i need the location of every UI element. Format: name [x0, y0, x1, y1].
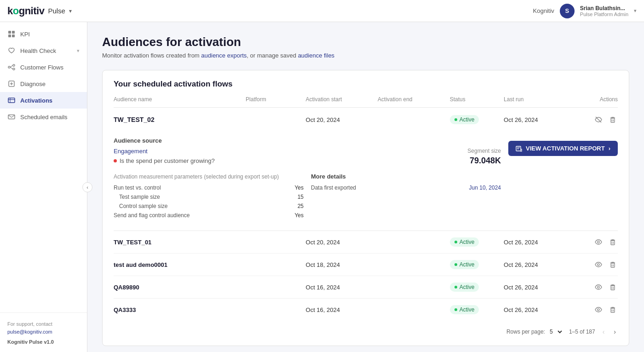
- table-row-0: TW_TEST_01 Oct 20, 2024 Active Oct 26, 2…: [114, 231, 618, 254]
- row-status-badge-3: Active: [450, 305, 479, 314]
- expanded-status-badge: Active: [450, 115, 479, 124]
- svg-point-6: [13, 68, 15, 70]
- rows-per-page-select[interactable]: 5 10 25: [548, 328, 564, 335]
- svg-line-7: [10, 65, 13, 67]
- sidebar-item-label-health-check: Health Check: [20, 47, 56, 54]
- svg-rect-0: [8, 31, 11, 34]
- header-right: Kognitiv S Srian Bulathsin... Pulse Plat…: [533, 4, 637, 18]
- row-delete-btn-0[interactable]: [608, 237, 618, 247]
- sidebar-item-kpi[interactable]: KPI: [0, 26, 87, 42]
- audience-files-link[interactable]: audience files: [298, 52, 335, 59]
- param-value-1: 15: [298, 194, 304, 200]
- sidebar-collapse-btn[interactable]: ‹: [82, 182, 92, 192]
- app-chevron-icon[interactable]: ▾: [69, 8, 72, 14]
- activations-icon: [7, 96, 16, 104]
- row-delete-btn-2[interactable]: [608, 282, 618, 292]
- table-row-1: test aud demo0001 Oct 18, 2024 Active Oc…: [114, 254, 618, 276]
- col-status: Status: [450, 96, 504, 103]
- row-status-cell-2: Active: [450, 283, 504, 292]
- engagement-label: Engagement: [114, 148, 304, 155]
- svg-rect-2: [8, 35, 11, 37]
- page-subtitle: Monitor activation flows created from au…: [102, 52, 629, 59]
- audience-exports-link[interactable]: audience exports: [201, 52, 247, 59]
- row-status-badge-0: Active: [450, 237, 479, 247]
- user-dropdown-icon[interactable]: ▾: [634, 8, 637, 14]
- row-audience-name-0: TW_TEST_01: [114, 239, 246, 246]
- user-name: Srian Bulathsin...: [580, 5, 628, 12]
- expanded-row-tw-test-02: TW_TEST_02 Oct 20, 2024 Active Oct 26, 2…: [114, 108, 618, 231]
- row-view-btn-0[interactable]: [593, 237, 604, 248]
- section-title: Your scheduled activation flows: [114, 80, 618, 89]
- row-view-btn-3[interactable]: [593, 304, 604, 315]
- sidebar-item-health-check[interactable]: Health Check ▾: [0, 42, 87, 59]
- row-status-text-2: Active: [460, 284, 475, 290]
- segment-size-label: Segment size: [311, 148, 501, 154]
- prev-page-btn[interactable]: ‹: [601, 327, 607, 336]
- delete-expanded-btn[interactable]: [608, 115, 618, 125]
- rows-per-page-label: Rows per page: 5 10 25: [506, 328, 564, 335]
- question-row: Is the spend per customer growing?: [114, 157, 304, 164]
- main-content: Audiences for activation Monitor activat…: [87, 22, 644, 352]
- header-left: kognitiv Pulse ▾: [7, 5, 72, 17]
- row-status-text-0: Active: [460, 239, 475, 245]
- regular-rows: TW_TEST_01 Oct 20, 2024 Active Oct 26, 2…: [114, 231, 618, 321]
- svg-rect-12: [8, 98, 15, 103]
- expanded-row-main: TW_TEST_02 Oct 20, 2024 Active Oct 26, 2…: [114, 108, 618, 132]
- expanded-audience-name: TW_TEST_02: [114, 116, 246, 123]
- sidebar-item-scheduled-emails[interactable]: Scheduled emails: [0, 109, 87, 125]
- sidebar-version: Kognitiv Pulse v1.0: [7, 339, 80, 345]
- expanded-last-run: Oct 26, 2024: [504, 116, 570, 123]
- param-label-0: Run test vs. control: [114, 185, 161, 191]
- row-last-run-3: Oct 26, 2024: [504, 306, 570, 313]
- hide-row-btn[interactable]: [593, 114, 604, 125]
- sidebar-item-diagnose[interactable]: Diagnose: [0, 75, 87, 92]
- more-detail-row-0: Data first exported Jun 10, 2024: [311, 185, 501, 191]
- param-label-1: Test sample size: [119, 194, 160, 200]
- segment-size-value: 79.048K: [311, 156, 501, 166]
- row-view-btn-1[interactable]: [593, 259, 604, 270]
- row-audience-name-3: QA3333: [114, 306, 246, 313]
- status-dot-0: [454, 241, 457, 243]
- avatar: S: [560, 4, 575, 18]
- svg-rect-32: [611, 286, 615, 290]
- sidebar-footer: For support, contact pulse@kognitiv.com …: [0, 312, 87, 352]
- health-check-expand-icon: ▾: [77, 48, 80, 54]
- param-row-2: Control sample size 25: [114, 203, 304, 209]
- row-activation-start-3: Oct 16, 2024: [306, 306, 378, 313]
- svg-point-4: [8, 66, 10, 68]
- sidebar-item-customer-flows[interactable]: Customer Flows: [0, 59, 87, 75]
- svg-line-8: [10, 67, 13, 69]
- row-actions-0: [570, 237, 618, 248]
- app-name: Pulse: [48, 7, 65, 15]
- grid-icon: [7, 30, 16, 38]
- row-actions-3: [570, 304, 618, 315]
- kognitiv-link[interactable]: Kognitiv: [533, 7, 554, 14]
- sidebar-support-email[interactable]: pulse@kognitiv.com: [7, 329, 52, 335]
- next-page-btn[interactable]: ›: [612, 327, 618, 336]
- param-label-2: Control sample size: [119, 203, 167, 209]
- params-title: Activation measurement parameters (selec…: [114, 173, 304, 180]
- param-row-0: Run test vs. control Yes: [114, 185, 304, 191]
- row-delete-btn-1[interactable]: [608, 260, 618, 270]
- row-status-cell-1: Active: [450, 260, 504, 269]
- row-status-text-1: Active: [460, 261, 475, 268]
- svg-rect-36: [611, 308, 615, 312]
- sidebar-item-activations[interactable]: Activations: [0, 92, 87, 109]
- more-detail-value-0: Jun 10, 2024: [469, 185, 501, 191]
- row-view-btn-2[interactable]: [593, 282, 604, 293]
- row-activation-start-1: Oct 18, 2024: [306, 261, 378, 268]
- param-value-2: 25: [298, 203, 304, 209]
- logo: kognitiv: [7, 5, 44, 17]
- row-activation-start-2: Oct 16, 2024: [306, 284, 378, 291]
- param-value-3: Yes: [294, 212, 304, 219]
- svg-rect-3: [12, 35, 15, 37]
- pagination-bar: Rows per page: 5 10 25 1–5 of 187 ‹ ›: [114, 321, 618, 336]
- svg-rect-28: [611, 263, 615, 267]
- status-dot: [454, 118, 457, 121]
- expanded-status-cell: Active: [450, 115, 504, 124]
- view-activation-report-btn[interactable]: VIEW ACTIVATION REPORT ›: [508, 141, 618, 156]
- row-status-badge-1: Active: [450, 260, 479, 269]
- row-delete-btn-3[interactable]: [608, 305, 618, 315]
- row-last-run-0: Oct 26, 2024: [504, 239, 570, 246]
- row-status-text-3: Active: [460, 306, 475, 313]
